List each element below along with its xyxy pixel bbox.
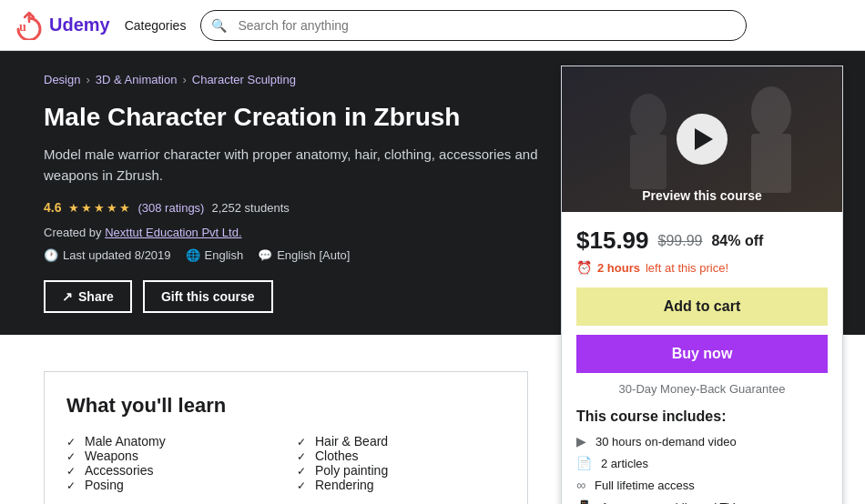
add-to-cart-label: Add to cart [664,298,740,314]
language-text: English [205,248,244,262]
check-icon: ✓ [297,436,306,449]
students-count: 2,252 students [211,201,289,215]
include-lifetime: Full lifetime access [595,479,695,492]
gift-label: Gift this course [161,289,255,304]
star-1: ★ [68,201,79,215]
original-price: $99.99 [658,233,703,249]
include-articles: 2 articles [601,457,648,470]
breadcrumb-design[interactable]: Design [44,73,80,86]
check-icon: ✓ [66,479,76,492]
price-row: $15.99 $99.99 84% off [576,227,828,255]
play-button[interactable] [677,114,728,165]
article-icon: 📄 [576,456,592,470]
learn-box: What you'll learn ✓ Male Anatomy ✓ Weapo… [44,371,528,504]
sidebar-card: Preview this course $15.99 $99.99 84% of… [561,66,843,504]
learn-item-7: Poly painting [315,463,388,478]
timer-row: ⏰ 2 hours left at this price! [576,260,828,275]
course-preview[interactable]: Preview this course [562,66,842,212]
learn-item-4: Posing [85,478,124,492]
svg-text:u: u [19,20,26,34]
learn-items-right: ✓ Hair & Beard ✓ Clothes ✓ Poly painting [297,434,505,492]
search-bar: 🔍 [200,10,747,41]
creator-link[interactable]: Nexttut Education Pvt Ltd. [105,226,241,239]
logo[interactable]: u Udemy [15,11,110,40]
star-half: ★ [119,201,130,215]
globe-icon: 🌐 [186,248,200,262]
timer-hours: 2 hours [597,261,640,275]
learn-item-8: Rendering [315,478,374,492]
check-icon: ✓ [66,465,76,478]
list-item: ✓ Rendering [297,478,505,492]
check-icon: ✓ [66,436,76,449]
buy-now-button[interactable]: Buy now [576,335,828,373]
updated-text: Last updated 8/2019 [63,248,171,262]
search-input[interactable] [200,10,747,41]
udemy-logo-icon: u [15,11,44,40]
list-item: ✓ Clothes [297,449,505,463]
alarm-icon: ⏰ [576,260,592,275]
current-price: $15.99 [576,227,649,255]
learn-item-6: Clothes [315,449,358,463]
creator-label: Created by [44,226,102,239]
card-body: $15.99 $99.99 84% off ⏰ 2 hours left at … [562,212,842,504]
timer-suffix: left at this price! [646,261,728,275]
header: u Udemy Categories 🔍 [0,0,865,51]
learn-item-5: Hair & Beard [315,434,388,449]
list-item: ✓ Poly painting [297,463,505,478]
buy-now-label: Buy now [672,346,733,361]
preview-label: Preview this course [562,188,842,203]
check-icon: ✓ [297,450,306,463]
includes-title: This course includes: [576,408,828,425]
include-video: 30 hours on-demand video [595,435,737,449]
rating-row: 4.6 ★ ★ ★ ★ ★ (308 ratings) 2,252 studen… [44,200,574,215]
rating-number: 4.6 [44,200,61,215]
check-icon: ✓ [297,465,306,478]
learn-item-1: Male Anatomy [85,434,166,449]
list-item: ✓ Weapons [66,449,275,463]
list-item: ✓ Accessories [66,463,275,478]
learn-grid: ✓ Male Anatomy ✓ Weapons ✓ Accessories [66,434,505,492]
list-item: 📱 Access on mobile and TV [576,499,828,504]
list-item: ✓ Posing [66,478,275,492]
course-includes: This course includes: ▶ 30 hours on-dema… [576,408,828,504]
includes-list: ▶ 30 hours on-demand video 📄 2 articles … [576,434,828,504]
list-item: ✓ Hair & Beard [297,434,505,449]
action-row: ↗ Share Gift this course [44,280,574,313]
breadcrumb-sep-2: › [182,73,186,86]
breadcrumb-sep-1: › [86,73,89,86]
discount-badge: 84% off [711,233,763,249]
meta-language: 🌐 English [186,248,244,262]
creator-row: Created by Nexttut Education Pvt Ltd. [44,226,574,239]
breadcrumb-current: Character Sculpting [192,73,296,86]
list-item: ∞ Full lifetime access [576,478,828,492]
breadcrumb-3d-animation[interactable]: 3D & Animation [96,73,178,86]
check-icon: ✓ [66,450,76,463]
play-icon [695,128,713,150]
rating-count: (308 ratings) [137,201,204,215]
star-4: ★ [107,201,117,215]
breadcrumb: Design › 3D & Animation › Character Scul… [44,73,574,86]
include-mobile: Access on mobile and TV [601,500,735,505]
categories-nav[interactable]: Categories [125,18,187,33]
add-to-cart-button[interactable]: Add to cart [576,287,828,326]
lifetime-icon: ∞ [576,478,585,492]
search-icon: 🔍 [211,18,227,33]
meta-caption: 💬 English [Auto] [258,248,350,262]
caption-text: English [Auto] [277,248,350,262]
list-item: 📄 2 articles [576,456,828,470]
caption-icon: 💬 [258,248,272,262]
course-title: Male Character Creation in Zbrush [44,101,574,134]
categories-label[interactable]: Categories [125,18,187,33]
course-subtitle: Model male warrior character with proper… [44,145,572,186]
stars: ★ ★ ★ ★ ★ [68,201,130,215]
list-item: ▶ 30 hours on-demand video [576,434,828,449]
gift-button[interactable]: Gift this course [143,280,273,313]
learn-title: What you'll learn [66,394,505,418]
logo-text: Udemy [49,15,110,35]
star-2: ★ [81,201,92,215]
share-button[interactable]: ↗ Share [44,280,132,313]
share-icon: ↗ [62,289,73,304]
star-3: ★ [94,201,105,215]
guarantee-text: 30-Day Money-Back Guarantee [576,382,828,396]
mobile-icon: 📱 [576,499,592,504]
